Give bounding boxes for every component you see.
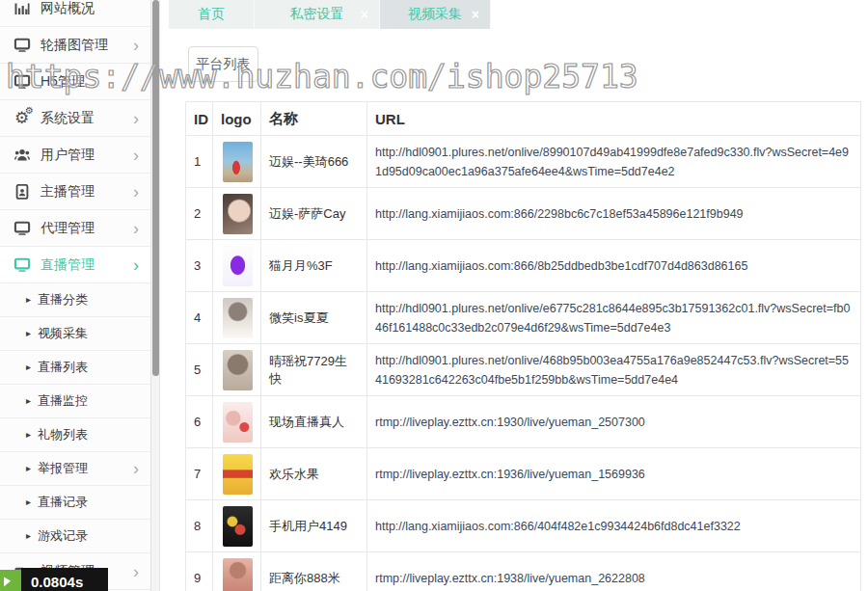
cell-name: 现场直播真人 — [261, 396, 367, 448]
sidebar-item-label: 视频采集 — [38, 325, 139, 342]
sidebar-item-label: H5管理 — [41, 73, 139, 91]
sidebar-item-label: 直播分类 — [38, 291, 139, 309]
sidebar: 网站概况 轮播图管理 › H5管理 ⚙⚙ 系统设置 › 用户管理 › 主播管理 … — [0, 0, 151, 591]
cell-logo — [213, 292, 261, 344]
table-row: 4 微笑is夏夏 http://hdl0901.plures.net/onliv… — [186, 292, 861, 344]
sidebar-item-label: 网站概况 — [41, 0, 139, 17]
column-header-1: logo — [213, 102, 261, 136]
sidebar-item-label: 用户管理 — [41, 147, 133, 164]
table-row: 5 晴瑶祝7729生快 http://hdl0901.plures.net/on… — [186, 344, 861, 396]
sidebar-item-label: 轮播图管理 — [41, 37, 133, 54]
monitor-icon — [12, 219, 32, 238]
chevron-right-icon: › — [133, 185, 139, 199]
cell-name: 欢乐水果 — [261, 448, 367, 500]
cell-id: 5 — [186, 344, 213, 396]
sidebar-item-label: 礼物列表 — [38, 426, 139, 443]
cell-name: 手机用户4149 — [261, 500, 367, 552]
cell-logo — [213, 396, 261, 448]
trace-time-badge: 0.0804s — [21, 568, 108, 591]
sidebar-item-5[interactable]: 主播管理 › — [0, 174, 150, 210]
caret-right-icon: ▸ — [26, 464, 31, 473]
chevron-right-icon: › — [133, 565, 139, 578]
tab-label: 私密设置 — [290, 6, 344, 23]
sidebar-item-label: 主播管理 — [41, 183, 133, 201]
cell-url: rtmp://liveplay.ezttx.cn:1930/live/yuema… — [367, 396, 861, 448]
sidebar-item-sub-8[interactable]: ▸ 直播分类 — [0, 283, 150, 317]
admin-page: 网站概况 轮播图管理 › H5管理 ⚙⚙ 系统设置 › 用户管理 › 主播管理 … — [0, 0, 868, 591]
tab-2[interactable]: 视频采集 × — [380, 0, 491, 29]
cell-url: http://lang.xiamijiaos.com:866/2298bc6c7… — [367, 188, 861, 240]
tab-0[interactable]: 首页 — [169, 0, 255, 29]
sidebar-scrollbar-track[interactable] — [151, 0, 160, 591]
table-row: 9 距离你888米 rtmp://liveplay.ezttx.cn:1938/… — [186, 552, 861, 591]
cell-url: http://hdl0901.plures.net/onlive/468b95b… — [367, 344, 861, 396]
monitor-icon — [12, 255, 32, 275]
cell-logo — [213, 552, 261, 591]
column-header-2: 名称 — [261, 102, 367, 136]
platform-logo — [223, 402, 253, 443]
sidebar-item-6[interactable]: 代理管理 › — [0, 210, 150, 247]
column-header-0: ID — [186, 102, 213, 136]
table-row: 8 手机用户4149 http://lang.xiamijiaos.com:86… — [186, 500, 861, 552]
cell-url: http://lang.xiamijiaos.com:866/404f482e1… — [367, 500, 861, 552]
cell-name: 晴瑶祝7729生快 — [261, 344, 367, 396]
tab-close-icon[interactable]: × — [472, 8, 479, 21]
tab-close-icon[interactable]: × — [361, 8, 368, 21]
cell-id: 3 — [186, 240, 213, 292]
caret-right-icon: ▸ — [26, 396, 31, 406]
sidebar-item-2[interactable]: H5管理 — [0, 64, 150, 100]
chevron-right-icon: › — [133, 148, 139, 162]
monitor-icon — [12, 72, 32, 92]
platform-logo — [223, 194, 253, 234]
sidebar-item-label: 直播记录 — [38, 494, 139, 511]
tab-label: 视频采集 — [408, 6, 462, 23]
sidebar-item-sub-15[interactable]: ▸ 游戏记录 — [0, 520, 150, 553]
cell-logo — [213, 188, 261, 240]
sidebar-item-sub-14[interactable]: ▸ 直播记录 — [0, 486, 150, 520]
sidebar-item-sub-13[interactable]: ▸ 举报管理 › — [0, 452, 150, 486]
sidebar-item-4[interactable]: 用户管理 › — [0, 137, 150, 174]
subtab-platform-list[interactable]: 平台列表 — [188, 46, 258, 82]
tab-bar: 首页 私密设置 × 视频采集 × — [160, 0, 868, 29]
cell-id: 1 — [186, 136, 213, 188]
platform-table: IDlogo名称URL 1 迈娱--美琦666 http://hdl0901.p… — [185, 101, 861, 591]
table-row: 3 猫月月%3F http://lang.xiamijiaos.com:866/… — [186, 240, 861, 292]
id-card-icon — [12, 182, 32, 201]
sidebar-item-3[interactable]: ⚙⚙ 系统设置 › — [0, 100, 150, 137]
trace-toggle-icon[interactable] — [0, 570, 21, 591]
sidebar-item-sub-9[interactable]: ▸ 视频采集 — [0, 317, 150, 351]
caret-right-icon: ▸ — [26, 363, 31, 372]
sidebar-item-label: 直播管理 — [41, 256, 133, 274]
table-row: 1 迈娱--美琦666 http://hdl0901.plures.net/on… — [186, 136, 861, 188]
sidebar-item-1[interactable]: 轮播图管理 › — [0, 27, 150, 64]
platform-logo — [223, 298, 253, 338]
cell-id: 2 — [186, 188, 213, 240]
sidebar-item-sub-10[interactable]: ▸ 直播列表 — [0, 351, 150, 385]
cell-id: 7 — [186, 448, 213, 500]
sidebar-item-sub-12[interactable]: ▸ 礼物列表 — [0, 418, 150, 452]
cell-name: 迈娱-萨萨Cay — [261, 188, 367, 240]
caret-right-icon: ▸ — [26, 295, 31, 305]
sidebar-item-0[interactable]: 网站概况 — [0, 0, 150, 27]
cell-url: http://lang.xiamijiaos.com:866/8b25ddbed… — [367, 240, 861, 292]
trace-bar: 0.0804s — [0, 568, 108, 591]
cell-url: rtmp://liveplay.ezttx.cn:1936/live/yuema… — [367, 448, 861, 500]
cell-logo — [213, 136, 261, 188]
tab-1[interactable]: 私密设置 × — [255, 0, 380, 29]
main-area: 首页 私密设置 × 视频采集 × 平台列表 IDlogo名称URL 1 迈娱--… — [160, 0, 868, 591]
caret-right-icon: ▸ — [26, 329, 31, 338]
chevron-right-icon: › — [133, 258, 139, 272]
content-panel: 平台列表 IDlogo名称URL 1 迈娱--美琦666 http://hdl0… — [160, 29, 868, 591]
sidebar-item-label: 举报管理 — [38, 460, 133, 477]
sidebar-item-7[interactable]: 直播管理 › — [0, 247, 150, 283]
sidebar-scrollbar-thumb[interactable] — [152, 0, 159, 376]
caret-right-icon: ▸ — [26, 430, 31, 440]
monitor-icon — [12, 36, 32, 55]
platform-logo — [223, 246, 253, 286]
sidebar-item-sub-11[interactable]: ▸ 直播监控 — [0, 385, 150, 418]
cell-name: 距离你888米 — [261, 552, 367, 591]
chevron-right-icon: › — [133, 462, 139, 475]
platform-logo — [223, 558, 253, 591]
platform-logo — [223, 350, 253, 390]
table-row: 2 迈娱-萨萨Cay http://lang.xiamijiaos.com:86… — [186, 188, 861, 240]
